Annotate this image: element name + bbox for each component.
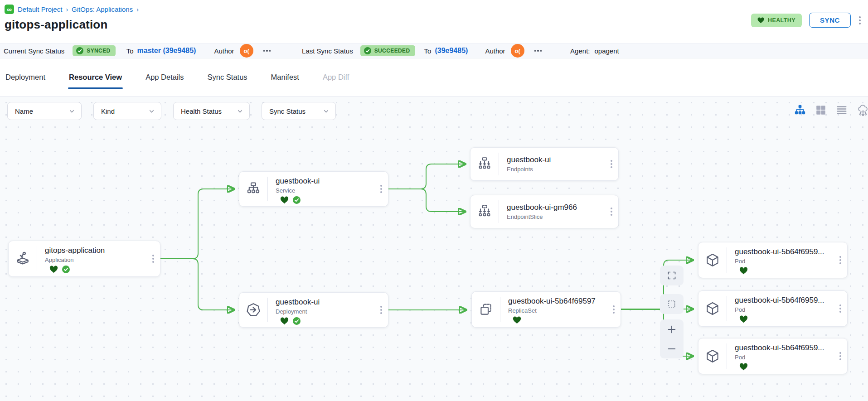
minus-icon [667, 344, 677, 354]
list-view-icon[interactable] [836, 104, 848, 116]
node-title: guestbook-ui-5b64f6959... [735, 343, 832, 353]
gitops-application-page: ∞ Default Project › GitOps: Applications… [0, 0, 868, 401]
check-circle-icon [364, 47, 371, 54]
node-application[interactable]: gitops-application Application [8, 241, 160, 277]
pod-icon [698, 338, 727, 374]
endpoints-icon [470, 148, 499, 180]
chevron-down-icon [323, 108, 329, 114]
node-endpointslice[interactable]: guestbook-ui-gm966 EndpointSlice [470, 195, 619, 228]
heart-icon [757, 17, 764, 24]
application-icon [9, 241, 37, 276]
node-replicaset[interactable]: guestbook-ui-5b64f69597 ReplicaSet [471, 291, 621, 328]
tab-app-diff[interactable]: App Diff [322, 59, 350, 95]
breadcrumb: ∞ Default Project › GitOps: Applications… [5, 5, 862, 14]
healthy-heart-icon [513, 316, 521, 324]
sync-status-bar: Current Sync Status SYNCED To master (39… [0, 43, 868, 58]
node-kind: ReplicaSet [508, 307, 605, 314]
page-header: ∞ Default Project › GitOps: Applications… [0, 0, 868, 43]
node-pod[interactable]: guestbook-ui-5b64f6959... Pod [698, 338, 848, 374]
node-menu-icon[interactable] [374, 293, 388, 327]
chevron-down-icon [149, 108, 155, 114]
resource-graph-canvas[interactable]: Name Kind Health Status Sync Status [0, 97, 868, 401]
node-menu-icon[interactable] [605, 195, 618, 228]
node-menu-icon[interactable] [374, 172, 388, 206]
zoom-out-button[interactable] [660, 339, 684, 358]
node-kind: Pod [735, 258, 832, 265]
agent-value: opagent [594, 47, 619, 55]
current-sync-label: Current Sync Status [4, 47, 64, 55]
last-sync-more-icon[interactable] [534, 50, 542, 52]
succeeded-badge: SUCCEEDED [360, 45, 415, 56]
synced-check-icon [293, 317, 301, 325]
sync-button[interactable]: SYNC [809, 13, 851, 28]
tab-deployment[interactable]: Deployment [5, 59, 46, 95]
zoom-in-button[interactable] [660, 319, 684, 339]
breadcrumb-separator: › [136, 6, 139, 13]
network-view-icon[interactable] [857, 104, 868, 116]
node-title: guestbook-ui-5b64f6959... [735, 296, 832, 305]
current-sync-more-icon[interactable] [263, 50, 271, 52]
expand-icon [667, 271, 676, 280]
health-status-badge: HEALTHY [751, 14, 802, 27]
view-toggle-group [794, 104, 868, 116]
synced-check-icon [293, 196, 301, 204]
healthy-heart-icon [739, 315, 748, 323]
gitops-logo-icon: ∞ [5, 5, 14, 14]
page-more-options-icon[interactable] [858, 14, 862, 26]
healthy-heart-icon [280, 196, 289, 204]
kind-filter-dropdown[interactable]: Kind [93, 102, 161, 120]
node-pod[interactable]: guestbook-ui-5b64f6959... Pod [698, 290, 848, 327]
node-pod[interactable]: guestbook-ui-5b64f6959... Pod [698, 242, 848, 278]
node-title: guestbook-ui-gm966 [507, 203, 603, 212]
to-label: To [126, 47, 134, 55]
tab-app-details[interactable]: App Details [145, 59, 184, 95]
selection-mode-button[interactable] [660, 294, 684, 314]
node-menu-icon[interactable] [834, 291, 847, 326]
pod-icon [698, 291, 727, 326]
current-target-revision-link[interactable]: master (39e9485) [137, 47, 196, 55]
marquee-select-icon [667, 300, 676, 309]
author-avatar[interactable]: o( [240, 44, 253, 58]
fit-view-button[interactable] [660, 266, 684, 285]
node-kind: Pod [735, 306, 832, 313]
grid-view-icon[interactable] [815, 104, 827, 116]
healthy-heart-icon [739, 267, 748, 275]
to-label: To [424, 47, 432, 55]
node-menu-icon[interactable] [605, 148, 618, 180]
service-icon [239, 172, 267, 206]
breadcrumb-applications-link[interactable]: GitOps: Applications [72, 5, 133, 13]
node-endpoints[interactable]: guestbook-ui Endpoints [470, 147, 619, 181]
sync-status-filter-dropdown[interactable]: Sync Status [262, 102, 336, 120]
divider [560, 46, 560, 55]
chevron-down-icon [69, 108, 75, 114]
node-deployment[interactable]: guestbook-ui Deployment [239, 292, 388, 328]
author-label: Author [485, 47, 505, 55]
name-filter-dropdown[interactable]: Name [7, 102, 82, 120]
node-menu-icon[interactable] [834, 338, 847, 374]
tab-resource-view[interactable]: Resource View [68, 59, 123, 95]
agent-label: Agent: [570, 47, 590, 55]
tree-view-icon[interactable] [794, 104, 806, 116]
breadcrumb-project-link[interactable]: Default Project [18, 5, 62, 13]
node-title: guestbook-ui [276, 298, 373, 307]
node-menu-icon[interactable] [834, 242, 847, 278]
replicaset-icon [472, 292, 500, 327]
author-avatar[interactable]: o( [511, 44, 524, 58]
node-menu-icon[interactable] [607, 292, 621, 327]
node-service[interactable]: guestbook-ui Service [239, 171, 388, 207]
breadcrumb-separator: › [66, 6, 68, 13]
page-title: gitops-application [5, 18, 862, 32]
node-menu-icon[interactable] [146, 241, 160, 276]
tab-manifest[interactable]: Manifest [270, 59, 300, 95]
tab-sync-status[interactable]: Sync Status [207, 59, 248, 95]
node-title: gitops-application [45, 246, 145, 255]
health-status-filter-dropdown[interactable]: Health Status [173, 102, 250, 120]
zoom-button-group [660, 319, 684, 358]
plus-icon [667, 324, 677, 334]
healthy-heart-icon [49, 266, 58, 273]
synced-badge: SYNCED [73, 45, 115, 56]
check-circle-icon [76, 47, 83, 54]
last-sync-label: Last Sync Status [302, 47, 353, 55]
node-kind: EndpointSlice [507, 213, 603, 220]
last-target-revision-link[interactable]: (39e9485) [435, 47, 468, 55]
